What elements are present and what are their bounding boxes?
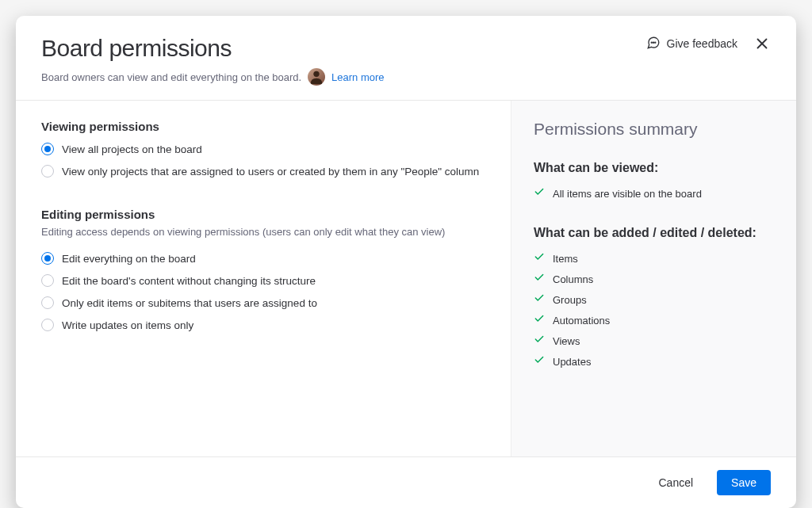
cancel-button[interactable]: Cancel <box>644 470 707 495</box>
save-button[interactable]: Save <box>717 470 771 495</box>
permissions-summary-panel: Permissions summary What can be viewed: … <box>511 101 796 456</box>
close-button[interactable] <box>753 35 771 52</box>
summary-viewed-section: What can be viewed: All items are visibl… <box>534 161 774 204</box>
check-icon <box>534 186 545 201</box>
check-icon <box>534 272 545 286</box>
header-left: Board permissions Board owners can view … <box>41 35 385 86</box>
summary-item-label: Updates <box>553 356 591 368</box>
modal-body: Viewing permissions View all projects on… <box>16 101 796 456</box>
radio-button[interactable] <box>41 143 54 155</box>
viewing-options: View all projects on the boardView only … <box>41 138 485 182</box>
radio-button[interactable] <box>41 319 54 331</box>
svg-point-2 <box>651 42 652 43</box>
feedback-icon <box>646 36 661 52</box>
radio-button[interactable] <box>41 296 54 309</box>
check-icon <box>534 292 545 307</box>
summary-item-label: Groups <box>553 294 587 306</box>
summary-item-label: All items are visible on the board <box>553 188 702 200</box>
left-panel: Viewing permissions View all projects on… <box>16 101 511 456</box>
summary-item-label: Columns <box>553 273 593 285</box>
feedback-label: Give feedback <box>667 37 738 50</box>
check-icon <box>534 334 545 348</box>
svg-point-3 <box>653 42 653 43</box>
radio-button[interactable] <box>41 274 54 287</box>
avatar <box>308 68 325 86</box>
summary-item-label: Items <box>553 253 578 265</box>
editing-title: Editing permissions <box>41 208 485 221</box>
board-permissions-modal: Board permissions Board owners can view … <box>16 16 796 508</box>
summary-item-label: Automations <box>553 315 610 327</box>
svg-point-4 <box>654 42 655 43</box>
summary-item: Columns <box>534 269 774 289</box>
editing-option-1[interactable]: Edit the board's content without changin… <box>41 269 485 292</box>
editing-permissions-section: Editing permissions Editing access depen… <box>41 208 485 336</box>
viewing-permissions-section: Viewing permissions View all projects on… <box>41 120 485 182</box>
viewing-option-1[interactable]: View only projects that are assigned to … <box>41 160 485 182</box>
learn-more-link[interactable]: Learn more <box>331 71 384 83</box>
summary-item: Automations <box>534 310 774 330</box>
editing-option-0[interactable]: Edit everything on the board <box>41 247 485 269</box>
header-right: Give feedback <box>646 35 772 52</box>
radio-button[interactable] <box>41 165 54 178</box>
summary-item: Groups <box>534 289 774 310</box>
summary-item: Items <box>534 248 774 269</box>
summary-edited-section: What can be added / edited / deleted: It… <box>534 226 774 372</box>
close-icon <box>753 35 771 52</box>
svg-point-0 <box>313 71 319 77</box>
viewing-title: Viewing permissions <box>41 120 485 133</box>
summary-item: Updates <box>534 351 774 372</box>
give-feedback-button[interactable]: Give feedback <box>646 36 738 52</box>
radio-label: Edit everything on the board <box>62 253 196 265</box>
summary-viewed-heading: What can be viewed: <box>534 161 774 175</box>
summary-title: Permissions summary <box>534 120 774 139</box>
radio-label: Edit the board's content without changin… <box>62 275 316 287</box>
summary-item: All items are visible on the board <box>534 183 774 204</box>
editing-option-3[interactable]: Write updates on items only <box>41 314 485 336</box>
summary-item: Views <box>534 330 774 351</box>
check-icon <box>534 251 545 265</box>
radio-label: View only projects that are assigned to … <box>62 166 479 178</box>
radio-label: Write updates on items only <box>62 319 193 331</box>
page-title: Board permissions <box>41 35 385 62</box>
summary-edited-items: ItemsColumnsGroupsAutomationsViewsUpdate… <box>534 248 774 372</box>
subtitle-row: Board owners can view and edit everythin… <box>41 68 385 86</box>
subtitle: Board owners can view and edit everythin… <box>41 71 301 83</box>
viewing-option-0[interactable]: View all projects on the board <box>41 138 485 160</box>
editing-option-2[interactable]: Only edit items or subitems that users a… <box>41 292 485 314</box>
summary-viewed-items: All items are visible on the board <box>534 183 774 204</box>
summary-item-label: Views <box>553 335 580 347</box>
radio-button[interactable] <box>41 252 54 265</box>
modal-header: Board permissions Board owners can view … <box>16 16 796 101</box>
check-icon <box>534 313 545 327</box>
modal-footer: Cancel Save <box>16 456 796 508</box>
radio-label: View all projects on the board <box>62 143 202 155</box>
check-icon <box>534 354 545 369</box>
editing-options: Edit everything on the boardEdit the boa… <box>41 247 485 336</box>
radio-label: Only edit items or subitems that users a… <box>62 297 317 309</box>
editing-desc: Editing access depends on viewing permis… <box>41 226 485 238</box>
summary-edited-heading: What can be added / edited / deleted: <box>534 226 774 240</box>
